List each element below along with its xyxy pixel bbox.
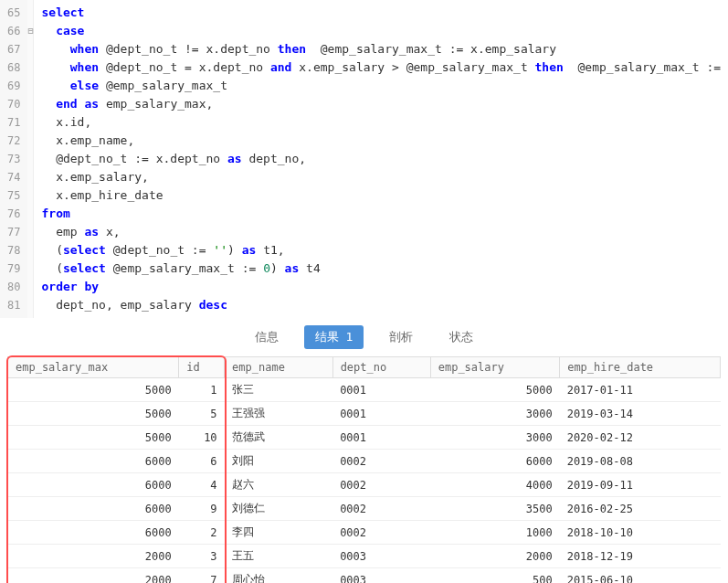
cell-emp_name[interactable]: 王五 [225, 545, 333, 568]
cell-dept_no[interactable]: 0002 [332, 450, 430, 473]
code-line[interactable]: (select @dept_no_t := '') as t1, [34, 241, 728, 260]
column-header-id[interactable]: id [179, 357, 225, 378]
cell-emp_salary[interactable]: 1000 [430, 521, 559, 545]
cell-id[interactable]: 3 [179, 545, 225, 568]
tab-结果 1[interactable]: 结果 1 [304, 325, 364, 349]
cell-id[interactable]: 9 [179, 497, 225, 521]
cell-emp_name[interactable]: 周心怡 [225, 568, 333, 584]
cell-emp_salary[interactable]: 3000 [430, 402, 559, 426]
column-header-emp_name[interactable]: emp_name [225, 357, 333, 378]
cell-dept_no[interactable]: 0002 [332, 521, 430, 545]
column-header-dept_no[interactable]: dept_no [332, 357, 430, 378]
code-content[interactable]: select case when @dept_no_t != x.dept_no… [34, 0, 728, 318]
cell-id[interactable]: 10 [179, 426, 225, 450]
cell-emp_name[interactable]: 刘德仁 [225, 497, 333, 521]
cell-emp_hire_date[interactable]: 2020-02-12 [560, 426, 721, 450]
fold-toggle[interactable]: ⊟ [27, 22, 33, 40]
cell-emp_salary_max[interactable]: 2000 [8, 545, 179, 568]
cell-dept_no[interactable]: 0003 [332, 545, 430, 568]
cell-emp_name[interactable]: 李四 [225, 521, 333, 545]
cell-emp_salary[interactable]: 5000 [430, 378, 559, 402]
column-header-emp_hire_date[interactable]: emp_hire_date [560, 357, 721, 378]
results-table[interactable]: emp_salary_maxidemp_namedept_noemp_salar… [7, 356, 721, 583]
tab-信息[interactable]: 信息 [244, 325, 290, 349]
cell-emp_salary[interactable]: 6000 [430, 450, 559, 473]
cell-id[interactable]: 1 [179, 378, 225, 402]
cell-emp_salary_max[interactable]: 5000 [8, 378, 179, 402]
table-row[interactable]: 20007周心怡00035002015-06-10 [8, 568, 721, 584]
cell-emp_salary_max[interactable]: 5000 [8, 402, 179, 426]
cell-emp_hire_date[interactable]: 2017-01-11 [560, 378, 721, 402]
cell-emp_hire_date[interactable]: 2018-10-10 [560, 521, 721, 545]
code-line[interactable]: order by [34, 278, 728, 296]
fold-toggle [27, 95, 33, 113]
cell-id[interactable]: 2 [179, 521, 225, 545]
cell-dept_no[interactable]: 0003 [332, 568, 430, 584]
cell-dept_no[interactable]: 0001 [332, 426, 430, 450]
code-line[interactable]: dept_no, emp_salary desc [34, 296, 728, 314]
code-line[interactable]: x.emp_salary, [34, 168, 728, 186]
column-header-emp_salary_max[interactable]: emp_salary_max [8, 357, 179, 378]
cell-emp_salary_max[interactable]: 2000 [8, 568, 179, 584]
table-row[interactable]: 60002李四000210002018-10-10 [8, 521, 721, 545]
table-row[interactable]: 60004赵六000240002019-09-11 [8, 473, 721, 497]
tab-剖析[interactable]: 剖析 [378, 325, 424, 349]
code-line[interactable]: emp as x, [34, 223, 728, 241]
cell-emp_name[interactable]: 范德武 [225, 426, 333, 450]
cell-emp_salary[interactable]: 4000 [430, 473, 559, 497]
column-header-emp_salary[interactable]: emp_salary [430, 357, 559, 378]
cell-dept_no[interactable]: 0002 [332, 473, 430, 497]
table-row[interactable]: 500010范德武000130002020-02-12 [8, 426, 721, 450]
cell-dept_no[interactable]: 0002 [332, 497, 430, 521]
line-number: 66 [0, 22, 27, 40]
code-line[interactable]: select [34, 4, 728, 22]
code-line[interactable]: case [34, 22, 728, 40]
cell-emp_salary_max[interactable]: 6000 [8, 497, 179, 521]
code-editor[interactable]: 6566676869707172737475767778798081 ⊟ sel… [0, 0, 728, 318]
cell-emp_name[interactable]: 王强强 [225, 402, 333, 426]
cell-id[interactable]: 6 [179, 450, 225, 473]
code-line[interactable]: x.emp_hire_date [34, 186, 728, 205]
cell-dept_no[interactable]: 0001 [332, 402, 430, 426]
cell-id[interactable]: 4 [179, 473, 225, 497]
cell-id[interactable]: 5 [179, 402, 225, 426]
cell-emp_salary[interactable]: 3000 [430, 426, 559, 450]
fold-toggle [27, 132, 33, 150]
table-row[interactable]: 60009刘德仁000235002016-02-25 [8, 497, 721, 521]
code-line[interactable]: end as emp_salary_max, [34, 95, 728, 113]
cell-emp_salary_max[interactable]: 6000 [8, 521, 179, 545]
cell-emp_salary[interactable]: 500 [430, 568, 559, 584]
tab-状态[interactable]: 状态 [438, 325, 484, 349]
cell-emp_salary[interactable]: 3500 [430, 497, 559, 521]
cell-emp_hire_date[interactable]: 2018-12-19 [560, 545, 721, 568]
table-row[interactable]: 60006刘阳000260002019-08-08 [8, 450, 721, 473]
fold-column[interactable]: ⊟ [27, 0, 34, 318]
table-row[interactable]: 50005王强强000130002019-03-14 [8, 402, 721, 426]
cell-emp_salary[interactable]: 2000 [430, 545, 559, 568]
code-line[interactable]: when @dept_no_t != x.dept_no then @emp_s… [34, 40, 728, 58]
line-number: 80 [0, 278, 27, 296]
code-line[interactable]: from [34, 205, 728, 223]
cell-emp_name[interactable]: 张三 [225, 378, 333, 402]
cell-id[interactable]: 7 [179, 568, 225, 584]
line-number: 70 [0, 95, 27, 113]
cell-emp_hire_date[interactable]: 2019-08-08 [560, 450, 721, 473]
cell-emp_name[interactable]: 刘阳 [225, 450, 333, 473]
cell-emp_name[interactable]: 赵六 [225, 473, 333, 497]
cell-dept_no[interactable]: 0001 [332, 378, 430, 402]
cell-emp_hire_date[interactable]: 2019-03-14 [560, 402, 721, 426]
code-line[interactable]: x.id, [34, 113, 728, 132]
code-line[interactable]: else @emp_salary_max_t [34, 77, 728, 95]
table-row[interactable]: 50001张三000150002017-01-11 [8, 378, 721, 402]
cell-emp_hire_date[interactable]: 2019-09-11 [560, 473, 721, 497]
code-line[interactable]: when @dept_no_t = x.dept_no and x.emp_sa… [34, 58, 728, 77]
cell-emp_hire_date[interactable]: 2015-06-10 [560, 568, 721, 584]
cell-emp_salary_max[interactable]: 6000 [8, 450, 179, 473]
code-line[interactable]: (select @emp_salary_max_t := 0) as t4 [34, 260, 728, 278]
code-line[interactable]: x.emp_name, [34, 132, 728, 150]
table-row[interactable]: 20003王五000320002018-12-19 [8, 545, 721, 568]
code-line[interactable]: @dept_no_t := x.dept_no as dept_no, [34, 150, 728, 168]
cell-emp_salary_max[interactable]: 5000 [8, 426, 179, 450]
cell-emp_hire_date[interactable]: 2016-02-25 [560, 497, 721, 521]
cell-emp_salary_max[interactable]: 6000 [8, 473, 179, 497]
